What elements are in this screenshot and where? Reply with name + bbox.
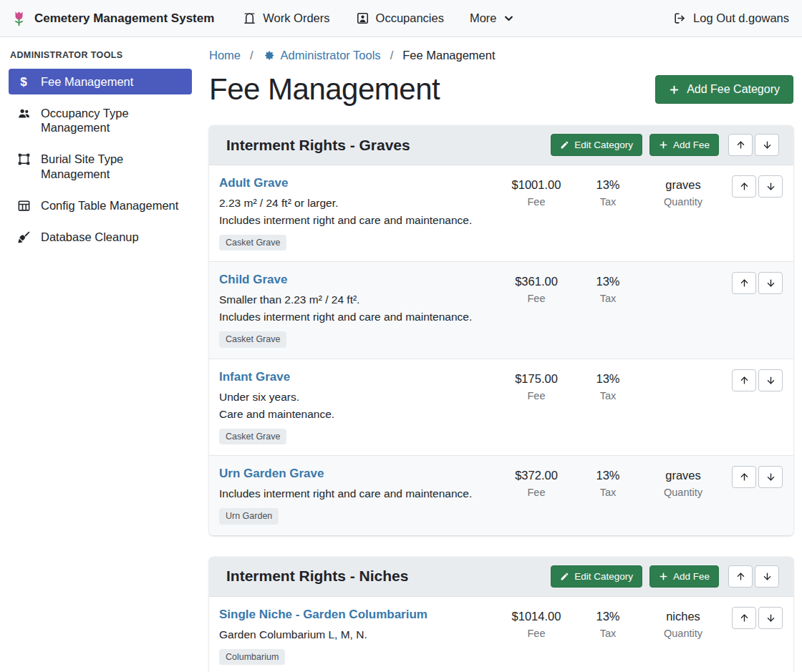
move-category-down-button[interactable] bbox=[755, 134, 779, 156]
fee-name-link[interactable]: Infant Grave bbox=[219, 370, 290, 384]
arrow-up-icon bbox=[739, 278, 750, 288]
move-fee-up-button[interactable] bbox=[732, 607, 756, 629]
move-category-up-button[interactable] bbox=[728, 565, 753, 588]
move-fee-up-button[interactable] bbox=[732, 369, 756, 391]
fee-name-link[interactable]: Urn Garden Grave bbox=[219, 467, 324, 481]
fee-badge: Casket Grave bbox=[219, 235, 286, 250]
plus-icon bbox=[659, 140, 668, 150]
arrow-up-icon bbox=[739, 375, 750, 386]
fee-description: Care and maintenance. bbox=[219, 406, 488, 423]
tax-label: Tax bbox=[576, 291, 640, 306]
plus-icon bbox=[669, 84, 680, 95]
broom-icon bbox=[16, 230, 32, 244]
move-fee-up-button[interactable] bbox=[732, 466, 756, 488]
nav-more[interactable]: More bbox=[470, 11, 514, 25]
fee-row: Urn Garden Grave Includes interment righ… bbox=[209, 455, 793, 535]
move-fee-down-button[interactable] bbox=[758, 369, 783, 391]
sidebar-item-fee-management[interactable]: $ Fee Management bbox=[9, 69, 192, 94]
fee-amount-label: Fee bbox=[497, 485, 576, 500]
fee-description: Includes interment right and care and ma… bbox=[219, 212, 488, 229]
fee-amount-column: $361.00 Fee bbox=[497, 271, 576, 306]
fee-name-link[interactable]: Single Niche - Garden Columbarium bbox=[219, 608, 427, 622]
fee-description: Includes interment right and care and ma… bbox=[219, 485, 488, 502]
move-fee-down-button[interactable] bbox=[758, 175, 783, 198]
add-fee-category-button[interactable]: Add Fee Category bbox=[655, 75, 793, 104]
quantity-value: niches bbox=[640, 608, 726, 624]
arrow-down-icon bbox=[765, 472, 776, 482]
pencil-icon bbox=[560, 572, 569, 581]
tax-label: Tax bbox=[576, 626, 640, 641]
add-fee-button[interactable]: Add Fee bbox=[649, 565, 719, 588]
fee-amount: $175.00 bbox=[497, 371, 576, 386]
nav-work-orders[interactable]: Work Orders bbox=[243, 11, 329, 25]
fee-category-card: Interment Rights - Graves Edit Category … bbox=[209, 125, 793, 535]
logout-icon bbox=[673, 11, 687, 25]
plus-icon bbox=[659, 572, 668, 581]
fee-name-link[interactable]: Child Grave bbox=[219, 273, 287, 287]
edit-category-button[interactable]: Edit Category bbox=[551, 565, 642, 588]
fee-badge: Columbarium bbox=[219, 649, 285, 665]
fee-badge: Urn Garden bbox=[219, 508, 279, 524]
fee-description: Smaller than 2.23 m² / 24 ft². bbox=[219, 291, 488, 308]
arrow-down-icon bbox=[762, 140, 773, 150]
tax-label: Tax bbox=[576, 389, 640, 403]
fee-descriptions: Includes interment right and care and ma… bbox=[219, 485, 488, 502]
category-header: Interment Rights - Niches Edit Category … bbox=[209, 557, 793, 597]
fee-list: Single Niche - Garden Columbarium Garden… bbox=[209, 597, 793, 672]
breadcrumb-separator: / bbox=[390, 49, 394, 62]
fee-amount-column: $175.00 Fee bbox=[497, 369, 576, 403]
category-title: Interment Rights - Niches bbox=[226, 568, 551, 585]
fee-row: Adult Grave 2.23 m² / 24 ft² or larger.I… bbox=[209, 165, 793, 261]
fee-info: Single Niche - Garden Columbarium Garden… bbox=[219, 606, 497, 665]
move-fee-down-button[interactable] bbox=[758, 607, 783, 629]
fee-amount: $1014.00 bbox=[497, 608, 576, 624]
fee-info: Urn Garden Grave Includes interment righ… bbox=[219, 465, 497, 524]
move-fee-down-button[interactable] bbox=[758, 466, 783, 488]
category-actions: Edit Category Add Fee bbox=[551, 565, 779, 588]
fee-info: Child Grave Smaller than 2.23 m² / 24 ft… bbox=[219, 271, 497, 347]
move-fee-up-button[interactable] bbox=[732, 272, 756, 294]
fee-row: Single Niche - Garden Columbarium Garden… bbox=[209, 597, 793, 672]
breadcrumb-current: Fee Management bbox=[402, 49, 495, 62]
top-navbar: Cemetery Management System Work Orders O… bbox=[0, 0, 802, 37]
sidebar-item-occupancy-type-management[interactable]: Occupancy Type Management bbox=[9, 100, 192, 140]
arrow-up-icon bbox=[735, 140, 746, 150]
move-fee-up-button[interactable] bbox=[732, 175, 756, 198]
add-fee-button[interactable]: Add Fee bbox=[649, 134, 719, 156]
fee-reorder-controls bbox=[732, 465, 783, 488]
fee-amount-column: $1014.00 Fee bbox=[497, 606, 576, 641]
occupant-frame-icon bbox=[356, 11, 369, 25]
sidebar-nav: $ Fee Management Occupancy Type Manageme… bbox=[0, 69, 200, 250]
arrow-up-icon bbox=[739, 613, 750, 623]
move-category-down-button[interactable] bbox=[755, 565, 779, 588]
edit-category-button[interactable]: Edit Category bbox=[551, 134, 642, 156]
move-category-up-button[interactable] bbox=[728, 134, 753, 156]
sidebar-item-label: Database Cleanup bbox=[41, 230, 139, 244]
breadcrumb-separator: / bbox=[250, 49, 253, 62]
arrow-down-icon bbox=[765, 375, 776, 386]
app-title: Cemetery Management System bbox=[34, 11, 214, 26]
sidebar-item-burial-site-type-management[interactable]: Burial Site Type Management bbox=[9, 146, 192, 186]
fee-badge: Casket Grave bbox=[219, 429, 286, 444]
main-content: Home / Administrator Tools / Fee Managem… bbox=[200, 37, 802, 672]
page-header: Fee Management Add Fee Category bbox=[209, 72, 793, 107]
fee-quantity-column: graves Quantity bbox=[640, 465, 726, 500]
fee-row: Child Grave Smaller than 2.23 m² / 24 ft… bbox=[209, 261, 793, 358]
logout-label: Log Out d.gowans bbox=[693, 11, 789, 25]
admin-sidebar: ADMINISTRATOR TOOLS $ Fee Management Occ… bbox=[0, 37, 200, 672]
fee-reorder-controls bbox=[732, 369, 783, 391]
arrow-down-icon bbox=[765, 278, 776, 288]
breadcrumb-admin-tools-link[interactable]: Administrator Tools bbox=[263, 49, 381, 62]
fee-amount-column: $372.00 Fee bbox=[497, 465, 576, 500]
add-fee-label: Add Fee bbox=[673, 140, 710, 150]
sidebar-item-database-cleanup[interactable]: Database Cleanup bbox=[9, 224, 192, 250]
logout-button[interactable]: Log Out d.gowans bbox=[673, 11, 789, 25]
nav-occupancies[interactable]: Occupancies bbox=[356, 11, 444, 25]
sidebar-item-config-table-management[interactable]: Config Table Management bbox=[9, 193, 192, 218]
quantity-value: graves bbox=[640, 467, 726, 483]
fee-name-link[interactable]: Adult Grave bbox=[219, 176, 288, 190]
breadcrumb-home-link[interactable]: Home bbox=[209, 49, 241, 62]
fee-descriptions: Smaller than 2.23 m² / 24 ft².Includes i… bbox=[219, 291, 488, 326]
move-fee-down-button[interactable] bbox=[758, 272, 783, 294]
fee-descriptions: Under six years.Care and maintenance. bbox=[219, 389, 488, 423]
